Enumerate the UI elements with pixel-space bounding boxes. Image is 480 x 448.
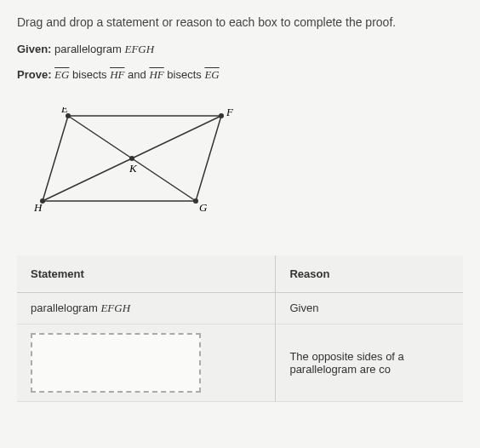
proof-table: Statement Reason parallelogram EFGH Give… — [17, 256, 463, 402]
prove-seg3: HF — [149, 68, 163, 81]
given-text: parallelogram — [54, 43, 124, 55]
diagram-svg: E F G H K — [34, 107, 238, 218]
prove-mid2: and — [124, 68, 149, 81]
drop-target-statement[interactable] — [31, 333, 201, 393]
prove-label: Prove: — [17, 68, 51, 81]
svg-point-8 — [193, 198, 198, 204]
table-row: The opposite sides of a parallelogram ar… — [17, 325, 463, 402]
label-K: K — [129, 162, 138, 175]
label-G: G — [199, 201, 208, 214]
instruction-text: Drag and drop a statement or reason to e… — [17, 15, 463, 29]
prove-seg2: HF — [110, 68, 124, 81]
proof-table-area: Statement Reason parallelogram EFGH Give… — [17, 256, 463, 402]
prove-mid3: bisects — [164, 68, 205, 81]
given-line: Given: parallelogram EFGH — [17, 43, 463, 56]
label-E: E — [60, 107, 68, 115]
svg-point-7 — [219, 113, 224, 118]
label-H: H — [34, 201, 43, 214]
header-reason: Reason — [276, 256, 463, 293]
prove-seg4: EG — [204, 68, 219, 81]
reason-cell-1: The opposite sides of a parallelogram ar… — [276, 325, 463, 402]
prove-seg1: EG — [54, 68, 69, 81]
reason-cell-0: Given — [276, 293, 463, 325]
prove-line: Prove: EG bisects HF and HF bisects EG — [17, 68, 463, 82]
svg-point-10 — [129, 156, 134, 161]
parallelogram-diagram: E F G H K — [34, 107, 463, 221]
statement-cell-1 — [17, 325, 276, 402]
label-F: F — [226, 107, 234, 118]
prove-mid1: bisects — [69, 68, 110, 81]
statement-prefix-0: parallelogram — [31, 302, 100, 314]
svg-line-3 — [43, 116, 68, 201]
header-statement: Statement — [17, 256, 276, 293]
svg-line-1 — [196, 116, 221, 201]
given-shape: EFGH — [124, 43, 154, 55]
statement-cell-0: parallelogram EFGH — [17, 293, 276, 325]
given-label: Given: — [17, 43, 51, 55]
table-row: parallelogram EFGH Given — [17, 293, 463, 325]
statement-shape-0: EFGH — [100, 302, 130, 314]
